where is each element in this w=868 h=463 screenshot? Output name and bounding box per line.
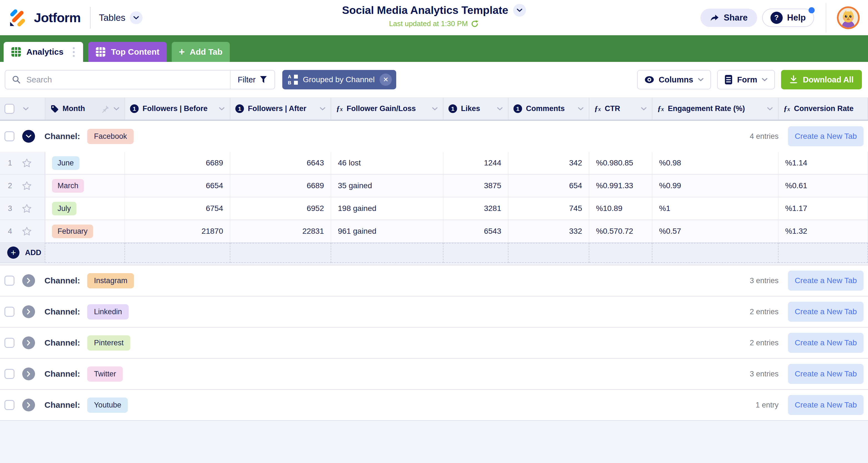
tab-analytics[interactable]: Analytics [4, 42, 83, 62]
group-expander[interactable] [22, 399, 35, 411]
filter-button[interactable]: Filter [230, 70, 275, 89]
cell-likes[interactable]: 3281 [443, 197, 508, 220]
add-cell[interactable] [778, 243, 868, 263]
cell-engagement[interactable]: %0.57 [652, 220, 778, 242]
cell-month[interactable]: February [45, 220, 125, 242]
form-button[interactable]: Form [717, 70, 775, 89]
help-button[interactable]: ? Help [762, 9, 814, 27]
cell-followers_after[interactable]: 6689 [230, 175, 331, 197]
star-icon[interactable] [22, 158, 32, 168]
column-header-followers-before[interactable]: 1Followers | Before [125, 98, 230, 120]
cell-engagement[interactable]: %0.98 [652, 152, 778, 174]
cell-comments[interactable]: 342 [508, 152, 589, 174]
title-menu-chevron[interactable] [513, 4, 526, 16]
grouped-by-chip[interactable]: A B Grouped by Channel ✕ [282, 70, 396, 89]
avatar[interactable] [837, 6, 860, 29]
create-new-tab-button[interactable]: Create a New Tab [788, 126, 864, 146]
star-icon[interactable] [22, 181, 32, 191]
tab-options-kebab-icon[interactable] [72, 46, 76, 58]
cell-followers_before[interactable]: 6654 [125, 175, 230, 197]
group-expander[interactable] [22, 367, 35, 380]
cell-comments[interactable]: 654 [508, 175, 589, 197]
add-cell[interactable] [45, 243, 125, 263]
cell-gain_loss[interactable]: 961 gained [331, 220, 443, 242]
checkbox[interactable] [4, 276, 14, 286]
create-new-tab-button[interactable]: Create a New Tab [788, 333, 864, 353]
group-expander[interactable] [22, 305, 35, 318]
add-cell[interactable] [331, 243, 443, 263]
group-expander[interactable] [22, 336, 35, 349]
add-entry-button[interactable]: +ADD [0, 243, 45, 263]
column-header-month[interactable]: Month [45, 98, 125, 120]
cell-likes[interactable]: 1244 [443, 152, 508, 174]
cell-conversion[interactable]: %1.32 [778, 220, 868, 242]
cell-conversion[interactable]: %0.61 [778, 175, 868, 197]
cell-followers_before[interactable]: 21870 [125, 220, 230, 242]
column-header-comments[interactable]: 1Comments [508, 98, 589, 120]
cell-conversion[interactable]: %1.17 [778, 197, 868, 220]
cell-ctr[interactable]: %0.570.72 [589, 220, 652, 242]
add-cell[interactable] [589, 243, 652, 263]
cell-engagement[interactable]: %1 [652, 197, 778, 220]
refresh-icon[interactable] [471, 20, 479, 28]
create-new-tab-button[interactable]: Create a New Tab [788, 302, 864, 322]
checkbox[interactable] [4, 400, 14, 410]
checkbox[interactable] [4, 307, 14, 317]
add-cell[interactable] [652, 243, 778, 263]
column-header-follower-gain-loss[interactable]: ƒxFollower Gain/Loss [331, 98, 443, 120]
columns-button[interactable]: Columns [637, 70, 711, 89]
checkbox[interactable] [4, 338, 14, 348]
cell-gain_loss[interactable]: 46 lost [331, 152, 443, 174]
group-expander[interactable] [22, 274, 35, 287]
add-tab-button[interactable]: + Add Tab [172, 42, 230, 62]
cell-followers_after[interactable]: 22831 [230, 220, 331, 242]
product-chevron[interactable] [130, 11, 143, 24]
star-icon[interactable] [22, 226, 32, 236]
column-header-conversion-rate[interactable]: ƒxConversion Rate [778, 98, 868, 120]
cell-likes[interactable]: 3875 [443, 175, 508, 197]
cell-ctr[interactable]: %0.991.33 [589, 175, 652, 197]
group-row-linkedin: Channel:Linkedin2 entriesCreate a New Ta… [0, 296, 868, 327]
cell-ctr[interactable]: %0.980.85 [589, 152, 652, 174]
product-switcher[interactable]: Tables [99, 11, 143, 24]
cell-gain_loss[interactable]: 198 gained [331, 197, 443, 220]
group-expander[interactable] [22, 130, 35, 143]
cell-followers_before[interactable]: 6754 [125, 197, 230, 220]
pin-icon[interactable] [101, 105, 110, 113]
cell-followers_after[interactable]: 6952 [230, 197, 331, 220]
column-header-likes[interactable]: 1Likes [443, 98, 508, 120]
star-icon[interactable] [22, 203, 32, 214]
cell-comments[interactable]: 745 [508, 197, 589, 220]
add-cell[interactable] [508, 243, 589, 263]
create-new-tab-button[interactable]: Create a New Tab [788, 395, 864, 415]
checkbox[interactable] [4, 104, 14, 114]
create-new-tab-button[interactable]: Create a New Tab [788, 364, 864, 384]
cell-followers_after[interactable]: 6643 [230, 152, 331, 174]
checkbox[interactable] [4, 131, 14, 141]
checkbox[interactable] [4, 369, 14, 379]
cell-engagement[interactable]: %0.99 [652, 175, 778, 197]
chip-close-icon[interactable]: ✕ [379, 73, 392, 86]
tab-top-content[interactable]: Top Content [88, 42, 166, 62]
column-header-followers-after[interactable]: 1Followers | After [230, 98, 331, 120]
cell-followers_before[interactable]: 6689 [125, 152, 230, 174]
cell-gain_loss[interactable]: 35 gained [331, 175, 443, 197]
download-all-button[interactable]: Download All [781, 70, 862, 89]
add-cell[interactable] [125, 243, 230, 263]
cell-month[interactable]: June [45, 152, 125, 174]
add-cell[interactable] [443, 243, 508, 263]
search-input[interactable] [26, 75, 230, 85]
jotform-logo[interactable]: Jotform [8, 8, 81, 27]
cell-ctr[interactable]: %10.89 [589, 197, 652, 220]
cell-likes[interactable]: 6543 [443, 220, 508, 242]
cell-conversion[interactable]: %1.14 [778, 152, 868, 174]
cell-comments[interactable]: 332 [508, 220, 589, 242]
create-new-tab-button[interactable]: Create a New Tab [788, 271, 864, 291]
entries-count: 1 entry [755, 401, 778, 409]
column-header-engagement-rate-[interactable]: ƒxEngagement Rate (%) [652, 98, 778, 120]
cell-month[interactable]: March [45, 175, 125, 197]
share-button[interactable]: Share [701, 9, 757, 27]
cell-month[interactable]: July [45, 197, 125, 220]
column-header-ctr[interactable]: ƒxCTR [589, 98, 652, 120]
add-cell[interactable] [230, 243, 331, 263]
